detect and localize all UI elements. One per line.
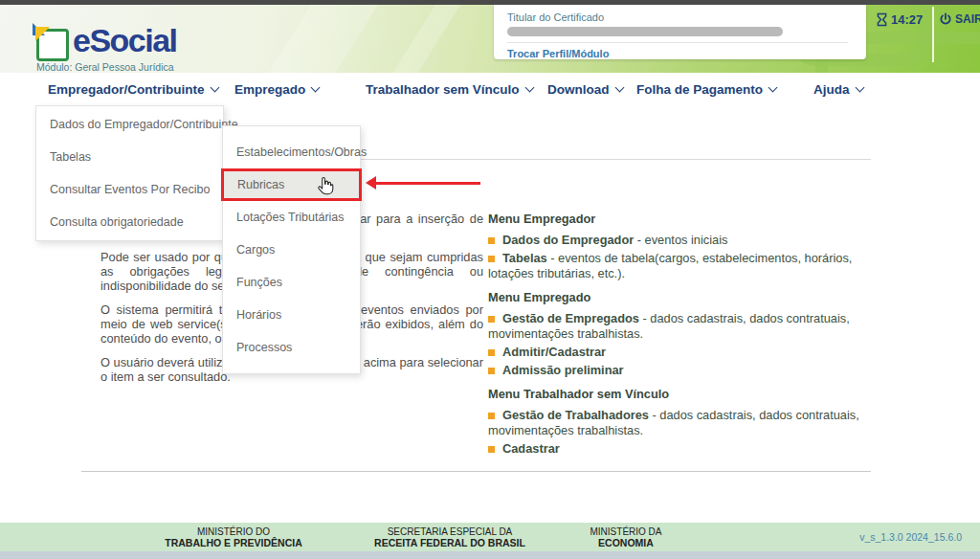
list-item: Gestão de Empregados - dados cadastrais,… <box>488 311 873 342</box>
menu-group-trabalhador-sem-vinculo: Menu Trabalhador sem Vínculo Gestão de T… <box>488 387 873 457</box>
bullet-icon <box>488 237 495 244</box>
menu-group-empregador: Menu Empregador Dados do Empregador - ev… <box>488 212 873 281</box>
org-line2: TRABALHO E PREVIDÊNCIA <box>165 537 302 548</box>
nav-label: Download <box>547 82 610 97</box>
bullet-icon <box>488 256 495 262</box>
nav-empregado[interactable]: Empregado <box>234 73 319 105</box>
org-line1: MINISTÉRIO DA <box>590 526 661 537</box>
nav-label: Empregado <box>234 82 305 97</box>
esocial-logo-icon <box>36 29 69 61</box>
dropdown-item-lotacoes-tributarias[interactable]: Lotações Tributárias <box>223 201 360 234</box>
logo-fold-yellow <box>35 27 50 41</box>
bullet-icon <box>488 446 495 453</box>
hourglass-icon <box>877 12 887 27</box>
dropdown-item-estabelecimentos-obras[interactable]: Estabelecimentos/Obras <box>223 136 360 168</box>
chevron-down-icon <box>855 82 864 92</box>
change-profile-link[interactable]: Trocar Perfil/Módulo <box>507 48 853 59</box>
dropdown-item-processos[interactable]: Processos <box>223 331 360 364</box>
list-item: Admissão preliminar <box>488 363 873 378</box>
arrow-shaft <box>374 182 480 185</box>
chevron-down-icon <box>614 82 624 92</box>
menu-group-empregado: Menu Empregado Gestão de Empregados - da… <box>488 290 873 378</box>
nav-label: Empregador/Contribuinte <box>48 82 205 97</box>
logout-label: SAIR <box>955 12 980 26</box>
bullet-icon <box>488 413 495 419</box>
chevron-down-icon <box>311 82 321 92</box>
chevron-down-icon <box>210 82 219 92</box>
content-bottom-divider <box>81 471 871 472</box>
nav-trabalhador-sem-vinculo[interactable]: Trabalhador sem Vínculo <box>366 73 533 105</box>
dropdown-item-consulta-obrigatoriedade[interactable]: Consulta obrigatoriedade <box>36 206 223 238</box>
nav-download[interactable]: Download <box>547 73 623 105</box>
menu-group-heading: Menu Empregador <box>488 212 873 227</box>
list-item: Cadastrar <box>488 441 873 457</box>
org-line2: ECONOMIA <box>590 537 661 548</box>
red-arrow-annotation <box>366 176 480 190</box>
time-value: 14:27 <box>891 12 923 27</box>
dropdown-item-funcoes[interactable]: Funções <box>223 266 360 299</box>
nav-ajuda[interactable]: Ajuda <box>813 73 863 105</box>
list-item: Tabelas - eventos de tabela(cargos, esta… <box>488 251 873 281</box>
list-item: Gestão de Trabalhadores - dados cadastra… <box>488 408 873 438</box>
certificate-title: Titular do Certificado <box>507 11 853 23</box>
nav-label: Folha de Pagamento <box>636 82 763 97</box>
esocial-page: eSocial Módulo: Geral Pessoa Jurídica Ti… <box>0 0 980 559</box>
nav-folha-de-pagamento[interactable]: Folha de Pagamento <box>636 73 776 105</box>
footer-org-receita: SECRETARIA ESPECIAL DA RECEITA FEDERAL D… <box>374 526 525 548</box>
header-streak <box>252 5 390 73</box>
list-item: Dados do Empregador - eventos iniciais <box>488 233 873 248</box>
dropdown-empregador-contribuinte: Dados do Empregador/Contribuinte Tabelas… <box>35 105 224 241</box>
chevron-down-icon <box>768 82 778 92</box>
module-label: Módulo: Geral Pessoa Jurídica <box>36 61 174 73</box>
session-timer: 14:27 <box>877 12 923 27</box>
header-streak <box>376 5 473 73</box>
bottom-strip <box>0 551 980 559</box>
main-nav: Empregador/Contribuinte Empregado Trabal… <box>0 73 980 105</box>
dropdown-empregado: Estabelecimentos/Obras Rubricas Lotações… <box>222 125 361 374</box>
chevron-down-icon <box>524 82 534 92</box>
brand-title: eSocial <box>73 24 177 58</box>
certificate-panel: Titular do Certificado Trocar Perfil/Mód… <box>494 5 866 59</box>
menu-group-heading: Menu Empregado <box>488 290 873 305</box>
logout-button[interactable]: SAIR <box>939 12 980 26</box>
menu-group-heading: Menu Trabalhador sem Vínculo <box>488 387 873 402</box>
org-line2: RECEITA FEDERAL DO BRASIL <box>374 537 525 548</box>
version-label: v_s_1.3.0 2024_15.6.0 <box>859 531 962 543</box>
dropdown-item-rubricas-highlighted[interactable]: Rubricas <box>221 168 362 201</box>
divider <box>507 42 848 43</box>
bullet-icon <box>488 349 495 356</box>
power-icon <box>939 12 952 26</box>
footer-org-trabalho: MINISTÉRIO DO TRABALHO E PREVIDÊNCIA <box>165 526 302 548</box>
dropdown-item-horarios[interactable]: Horários <box>223 299 360 331</box>
footer-org-economia: MINISTÉRIO DA ECONOMIA <box>590 526 661 548</box>
bullet-icon <box>488 316 495 323</box>
dropdown-item-tabelas[interactable]: Tabelas <box>36 141 223 173</box>
certificate-holder-redacted <box>507 27 783 36</box>
dropdown-item-consultar-eventos-por-recibo[interactable]: Consultar Eventos Por Recibo <box>36 173 223 206</box>
nav-label: Ajuda <box>813 82 850 97</box>
dropdown-item-cargos[interactable]: Cargos <box>223 234 360 266</box>
dropdown-item-label: Rubricas <box>237 178 284 191</box>
nav-empregador-contribuinte[interactable]: Empregador/Contribuinte <box>48 73 218 105</box>
divider <box>932 7 934 62</box>
org-line1: MINISTÉRIO DO <box>165 526 302 537</box>
header: eSocial Módulo: Geral Pessoa Jurídica Ti… <box>0 5 980 73</box>
list-item: Admitir/Cadastrar <box>488 345 873 360</box>
bullet-icon <box>488 368 495 374</box>
nav-label: Trabalhador sem Vínculo <box>366 82 520 97</box>
footer: MINISTÉRIO DO TRABALHO E PREVIDÊNCIA SEC… <box>0 523 980 551</box>
esocial-logo: eSocial <box>36 24 177 61</box>
org-line1: SECRETARIA ESPECIAL DA <box>374 526 525 537</box>
menu-descriptions: Menu Empregador Dados do Empregador - ev… <box>488 212 873 465</box>
dropdown-item-dados-do-empregador[interactable]: Dados do Empregador/Contribuinte <box>36 108 223 141</box>
